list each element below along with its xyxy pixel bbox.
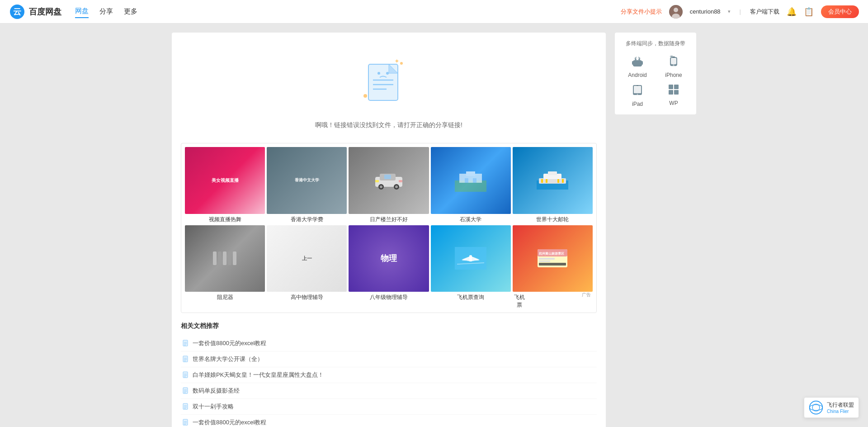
ad-tag-10: 广告 (526, 292, 593, 309)
center-content: ✦ 啊哦！链接错误没找到文件，请打开正确的分享链接! 美女视频直播 视频直播热舞… (172, 33, 606, 427)
username-label[interactable]: centurion88 (690, 8, 721, 15)
svg-rect-92 (642, 61, 643, 65)
ad-label-10: 飞机票 (513, 294, 526, 309)
svg-rect-21 (384, 175, 391, 179)
ad-label-4: 石溪大学 (460, 216, 481, 223)
svg-rect-41 (233, 251, 236, 265)
ad-item-6[interactable]: 阻尼器 (185, 225, 265, 309)
svg-point-13 (363, 94, 367, 98)
svg-point-88 (638, 58, 640, 60)
ad-item-5[interactable]: 世界十大邮轮 (513, 147, 593, 223)
device-iphone[interactable]: iPhone (658, 55, 689, 78)
svg-rect-44 (469, 255, 472, 261)
svg-text:云: 云 (13, 7, 21, 16)
ad-item-7[interactable]: 上一 高中物理辅导 (267, 225, 347, 309)
inbox-icon[interactable]: 📋 (804, 7, 814, 17)
share-tip-link[interactable]: 分享文件小提示 (621, 8, 662, 16)
svg-line-89 (635, 57, 637, 58)
nav-link-wangpan[interactable]: 网盘 (75, 5, 89, 18)
flier-text: 飞行者联盟 China Flier (827, 401, 854, 414)
svg-point-99 (637, 94, 638, 95)
related-item-5[interactable]: 一套价值8800元的excel教程 (181, 415, 597, 427)
svg-rect-32 (548, 171, 557, 175)
china-flier-logo-icon (809, 400, 823, 415)
doc-icon-2 (183, 371, 189, 379)
svg-rect-38 (218, 251, 222, 265)
device-wp-label: WP (669, 100, 678, 106)
doc-icon-3 (183, 387, 189, 394)
svg-rect-52 (539, 261, 550, 262)
svg-rect-96 (672, 57, 675, 57)
top-navigation: 云 百度网盘 网盘 分享 更多 分享文件小提示 centurion88 ▾ | … (0, 0, 868, 24)
related-item-4[interactable]: 双十一剁手攻略 (181, 399, 597, 415)
ad-item-4[interactable]: 石溪大学 (431, 147, 511, 223)
bolts-svg (209, 247, 241, 270)
ad-thumb-7: 上一 (267, 225, 347, 292)
svg-point-87 (635, 58, 637, 60)
baidu-logo-icon: 云 (9, 4, 25, 20)
related-item-1[interactable]: 世界名牌大学公开课（全） (181, 351, 597, 367)
vip-center-button[interactable]: 会员中心 (821, 5, 859, 18)
ad-item-2[interactable]: 香港中文大学 香港大学学费 (267, 147, 347, 223)
svg-rect-53 (539, 263, 566, 266)
ad-thumb-5 (513, 147, 593, 214)
svg-rect-100 (637, 85, 638, 86)
ad-label-6: 阻尼器 (217, 294, 233, 301)
ad-item-1[interactable]: 美女视频直播 视频直播热舞 (185, 147, 265, 223)
device-iphone-label: iPhone (665, 72, 682, 78)
svg-rect-39 (223, 251, 226, 265)
nav-link-share[interactable]: 分享 (99, 5, 113, 18)
svg-rect-40 (228, 251, 231, 265)
nav-link-more[interactable]: 更多 (124, 5, 137, 18)
tablet-icon (632, 84, 643, 99)
ad-label-1: 视频直播热舞 (209, 216, 241, 223)
svg-rect-26 (466, 171, 475, 176)
ad-item-8[interactable]: 物理 八年级物理辅导 (349, 225, 429, 309)
svg-rect-91 (632, 61, 633, 65)
user-avatar[interactable] (669, 5, 683, 19)
ad-label-3: 日产楼兰好不好 (370, 216, 408, 223)
svg-point-19 (380, 185, 382, 188)
related-item-3[interactable]: 数码单反摄影圣经 (181, 383, 597, 399)
svg-text:杭州黄山旅游景区: 杭州黄山旅游景区 (538, 251, 564, 256)
ad-item-9[interactable]: 飞机票查询 (431, 225, 511, 309)
china-flier-badge[interactable]: 飞行者联盟 China Flier (804, 397, 859, 418)
svg-rect-51 (539, 258, 555, 260)
dropdown-arrow-icon[interactable]: ▾ (728, 9, 731, 14)
logo-text: 百度网盘 (29, 6, 61, 17)
flier-cn-label: 飞行者联盟 (827, 401, 854, 409)
nav-links: 网盘 分享 更多 (75, 5, 137, 18)
svg-point-107 (810, 405, 823, 411)
ad-label-5: 世界十大邮轮 (536, 216, 569, 223)
ad-label-8: 八年级物理辅导 (370, 294, 408, 301)
client-download-link[interactable]: 客户端下载 (750, 8, 779, 16)
ad-thumb-8: 物理 (349, 225, 429, 292)
svg-rect-28 (473, 178, 476, 183)
svg-rect-103 (669, 90, 673, 95)
ad-item-3[interactable]: 日产楼兰好不好 (349, 147, 429, 223)
device-grid: Android iPhone (622, 55, 689, 107)
device-wp[interactable]: WP (658, 84, 689, 107)
sidebar-title: 多终端同步，数据随身带 (622, 40, 689, 47)
ad-item-10[interactable]: 杭州黄山旅游景区 飞机票 广告 (513, 225, 593, 309)
notification-bell-icon[interactable]: 🔔 (787, 7, 797, 17)
device-android-label: Android (628, 72, 646, 78)
svg-point-11 (386, 72, 389, 75)
related-item-0[interactable]: 一套价值8800元的excel教程 (181, 336, 597, 351)
device-ipad[interactable]: iPad (622, 84, 653, 107)
svg-rect-22 (375, 180, 379, 182)
car-svg (373, 170, 405, 190)
svg-point-20 (395, 185, 398, 188)
related-title: 相关文档推荐 (181, 322, 597, 330)
campus-svg (455, 169, 486, 192)
device-android[interactable]: Android (622, 55, 653, 78)
logo-area[interactable]: 云 百度网盘 (9, 4, 61, 20)
ad-label-2: 香港大学学费 (291, 216, 323, 223)
svg-rect-86 (633, 60, 642, 66)
related-item-2[interactable]: 白羊嫤娘PK天蝎女皇！一代女皇星座属性大盘点！ (181, 367, 597, 383)
ad-thumb-9 (431, 225, 511, 292)
svg-rect-36 (562, 179, 564, 183)
svg-rect-23 (399, 180, 402, 182)
ad-thumb-6 (185, 225, 265, 292)
svg-text:✦: ✦ (394, 57, 400, 65)
